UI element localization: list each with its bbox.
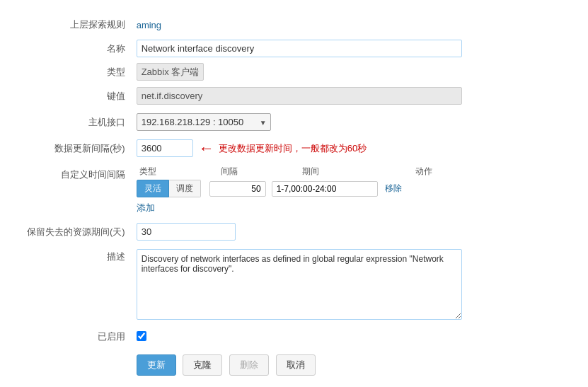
col-period-header: 期间 [299, 166, 413, 178]
key-input [137, 87, 462, 105]
col-type-header: 类型 [137, 166, 218, 178]
interval-data-row: 灵活 调度 移除 [137, 180, 561, 197]
period-value-input[interactable] [272, 181, 378, 197]
arrow-icon: ← [199, 141, 214, 156]
type-value: Zabbix 客户端 [137, 63, 204, 81]
parent-rule-label: 上层探索规则 [21, 14, 131, 35]
lost-resource-input[interactable] [137, 223, 236, 241]
hint-text: 更改数据更新时间，一般都改为60秒 [219, 142, 367, 155]
desc-textarea[interactable]: Discovery of network interfaces as defin… [137, 249, 462, 320]
interval-value-input[interactable] [209, 181, 266, 197]
interval-cols-header: 类型 间隔 期间 动作 [137, 166, 561, 178]
custom-interval-label: 自定义时间间隔 [21, 161, 131, 219]
col-interval-header: 间隔 [218, 166, 299, 178]
key-label: 键值 [21, 83, 131, 109]
hint-container: ← 更改数据更新时间，一般都改为60秒 [199, 141, 367, 156]
col-action-header: 动作 [413, 166, 435, 178]
cancel-button[interactable]: 取消 [276, 354, 316, 376]
interface-select[interactable]: 192.168.218.129 : 10050 [137, 113, 271, 131]
enabled-label: 已启用 [21, 326, 131, 347]
parent-rule-link[interactable]: aming [137, 20, 161, 30]
interface-label: 主机接口 [21, 109, 131, 135]
name-label: 名称 [21, 35, 131, 62]
remove-link[interactable]: 移除 [385, 183, 402, 195]
desc-label: 描述 [21, 245, 131, 326]
btn-scheduling[interactable]: 调度 [169, 180, 201, 197]
update-interval-input[interactable] [137, 139, 193, 157]
interface-select-wrapper: 192.168.218.129 : 10050 [137, 113, 271, 131]
clone-button[interactable]: 克隆 [183, 354, 222, 376]
type-label: 类型 [21, 62, 131, 83]
update-interval-label: 数据更新间隔(秒) [21, 135, 131, 161]
add-link[interactable]: 添加 [137, 202, 155, 213]
lost-resource-label: 保留失去的资源期间(天) [21, 219, 131, 245]
delete-button[interactable]: 删除 [229, 354, 269, 376]
name-input[interactable] [137, 40, 462, 57]
type-toggle: 灵活 调度 [137, 180, 201, 197]
update-button[interactable]: 更新 [137, 354, 176, 376]
btn-flexible[interactable]: 灵活 [137, 180, 169, 197]
enabled-checkbox[interactable] [137, 331, 146, 341]
